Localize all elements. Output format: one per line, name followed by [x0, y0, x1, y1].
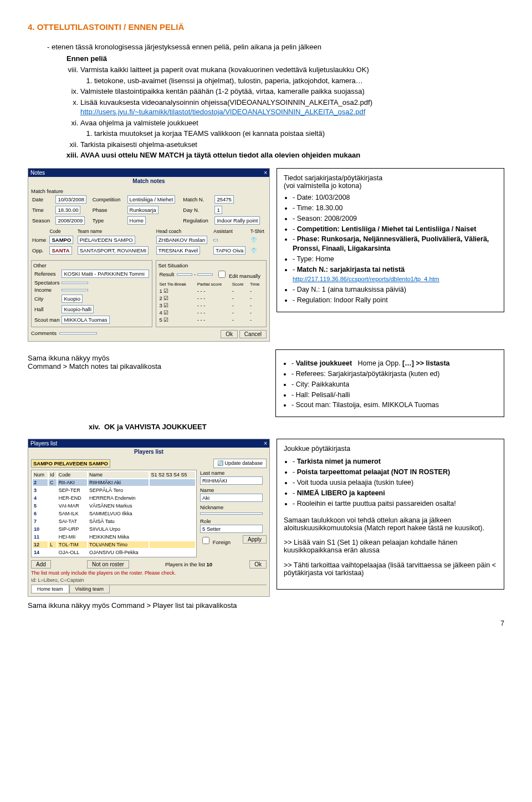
players-list-window: Players list× Players list SAMPO PIELAVE… — [28, 439, 270, 597]
roman-list: Varmista kaikki laitteet ja paperit ovat… — [80, 65, 504, 160]
comments-input[interactable] — [59, 332, 97, 334]
table-row[interactable]: 12LTOL-TIMTOLVANEN Timo — [33, 541, 195, 548]
info-box-tiedot: Tiedot sarjakirjasta/pöytäkirjasta (voi … — [277, 168, 504, 312]
cancel-button[interactable]: Cancel — [239, 330, 267, 338]
match-feature-label: Match feature — [31, 188, 265, 194]
window-title-players: Players list — [30, 440, 57, 446]
foreign-checkbox[interactable] — [202, 537, 209, 544]
item-viii-1: tietokone, usb-avaimet (lisenssi ja ohje… — [94, 76, 504, 86]
info-box-valitse: - Valitse joukkueet Home ja Opp. […] >> … — [275, 349, 504, 417]
tab-home-team[interactable]: Home team — [31, 585, 69, 593]
phase-input[interactable]: Runkosarja — [127, 206, 158, 214]
item-xii: Tarkista pikaisesti ohjelma-asetukset — [80, 140, 504, 150]
home-code[interactable]: SAMPO — [49, 236, 73, 244]
add-button[interactable]: Add — [31, 560, 51, 568]
table-row[interactable]: 4HER-ENDHERRERA Enderwin — [33, 495, 195, 501]
link-matchn[interactable]: http://217.119.36.86/ccsport/reports/dbl… — [293, 276, 439, 282]
city-input[interactable]: Kuopio — [62, 295, 83, 303]
not-on-roster-button[interactable]: Not on roster — [87, 560, 129, 568]
tab-visiting-team[interactable]: Visiting team — [69, 585, 110, 593]
opp-team[interactable]: SANTASPORT, ROVANIEMI — [78, 246, 149, 255]
tshirt-home-icon[interactable]: 👕 — [250, 237, 257, 243]
table-row[interactable]: 14OJA-OLLOJANSIVU Olli-Pekka — [33, 549, 195, 556]
item-xi: Avaa ohjelma ja valmistele joukkueet tar… — [80, 118, 504, 139]
date-input[interactable]: 10/03/2008 — [55, 195, 86, 204]
players-ok-button[interactable]: Ok — [249, 560, 267, 568]
dialog-title: Match notes — [28, 177, 269, 185]
opp-assistant[interactable]: TAPIO Oiva — [213, 246, 245, 255]
opp-coach[interactable]: TRESNAK Pavel — [156, 246, 200, 255]
competition-input[interactable]: Lentisliiga / Miehet — [127, 195, 176, 204]
subheading-ennen-pelia: Ennen peliä — [66, 54, 504, 63]
hall-input[interactable]: Kuopio-halli — [62, 305, 94, 313]
ok-button[interactable]: Ok — [221, 330, 238, 338]
tshirt-opp-icon[interactable]: 👕 — [250, 247, 257, 253]
referees-input[interactable]: KOSKI Matti - PARKKINEN Tommi — [62, 270, 149, 278]
table-row[interactable]: 2CRII-AKIRIIHIMÄKI Aki — [33, 479, 195, 486]
time-input[interactable]: 18.30.00 — [55, 206, 80, 214]
page-number: 7 — [28, 620, 504, 627]
table-row[interactable]: 10SIP-URPSIIVULA Urpo — [33, 526, 195, 532]
item-xiv: xiv. OK ja VAHVISTA JOUKKUEET — [89, 423, 504, 431]
item-x: Lisää kuvauksesta videoanalysoinnin ohje… — [80, 98, 504, 117]
intro-line: - etenen tässä kronologisessa järjestyks… — [47, 43, 504, 51]
table-row[interactable]: 6SAM-ILKSAMMELVUO Ilkka — [33, 510, 195, 517]
caption-match-notes: Sama ikkuna näkyy myösCommand > Match no… — [28, 354, 269, 370]
regulation-input[interactable]: Indoor Rally point — [214, 216, 260, 225]
team-name-display: SAMPO PIELAVEDEN SAMPO — [31, 459, 110, 468]
update-database-button[interactable]: 🔄 Update database — [213, 459, 267, 468]
result-input[interactable] — [177, 273, 192, 276]
item-xiii: AVAA uusi ottelu NEW MATCH ja täytä otte… — [80, 150, 504, 160]
home-team[interactable]: PIELAVEDEN SAMPO — [78, 236, 135, 244]
page-heading: 4. OTTELUTILASTOINTI / ENNEN PELIÄ — [28, 22, 504, 32]
income-input[interactable] — [62, 289, 88, 291]
table-row[interactable]: 3SEP-TERSEPPÄLÄ Tero — [33, 487, 195, 494]
item-viii: Varmista kaikki laitteet ja paperit ovat… — [80, 65, 504, 85]
apply-button[interactable]: Apply — [243, 535, 267, 544]
last-name-input[interactable]: RIIHIMÄKI — [200, 476, 263, 485]
type-input[interactable]: Home — [127, 216, 146, 225]
role-select[interactable]: 5 Setter — [200, 525, 263, 533]
home-assistant[interactable] — [213, 239, 218, 241]
window-title: Notes — [30, 170, 45, 176]
close-icon[interactable]: × — [264, 170, 267, 176]
name-input[interactable]: Aki — [200, 494, 263, 502]
caption-player-list: Sama ikkuna näkyy myös Command > Player … — [28, 601, 504, 610]
match-n-input[interactable]: 25475 — [214, 195, 233, 204]
table-row[interactable]: 7SAI-TATSÄISÄ Tatu — [33, 518, 195, 525]
edit-manually-checkbox[interactable] — [218, 271, 226, 278]
nickname-input[interactable] — [200, 512, 263, 515]
link-video-pdf[interactable]: http://users.jyu.fi/~tukamikk/tilastot/t… — [80, 108, 365, 116]
scout-input[interactable]: MIKKOLA Tuomas — [62, 316, 109, 324]
item-ix: Valmistele tilastointipaikka kentän pääh… — [80, 87, 504, 97]
info-box-joukkue: Joukkue pöytäkirjasta - Tarkista nimet j… — [277, 439, 504, 590]
item-xi-1: tarkista muutokset ja korjaa TEAMS valik… — [94, 129, 504, 139]
match-notes-window: Notes× Match notes Match feature Date 10… — [28, 168, 270, 342]
table-row[interactable]: 11HEI-MIIHEIKKINEN Miika — [33, 534, 195, 540]
players-table[interactable]: NumIdCodeNameS1 S2 S3 S4 S5 2CRII-AKIRII… — [31, 470, 197, 557]
home-coach[interactable]: ZHBANKOV Ruslan — [156, 236, 207, 244]
day-n-input[interactable]: 1 — [214, 206, 222, 214]
close-icon[interactable]: × — [264, 440, 267, 446]
table-row[interactable]: 5VAI-MARVÄISÄNEN Markus — [33, 502, 195, 509]
opp-code[interactable]: SANTA — [49, 246, 71, 255]
season-input[interactable]: 2008/2009 — [55, 216, 85, 225]
spectators-input[interactable] — [62, 282, 88, 284]
